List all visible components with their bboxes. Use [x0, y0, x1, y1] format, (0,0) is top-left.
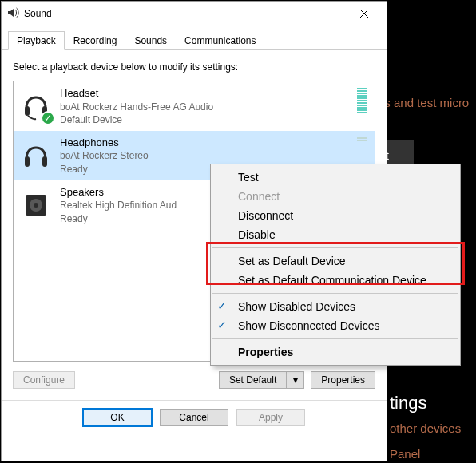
- device-sub: Realtek High Definition Aud: [60, 199, 177, 212]
- svg-rect-2: [25, 156, 30, 167]
- level-meter: [357, 137, 367, 141]
- device-status: Default Device: [60, 113, 213, 126]
- tab-recording[interactable]: Recording: [65, 31, 126, 50]
- menu-show-disconnected[interactable]: ✓ Show Disconnected Devices: [211, 316, 460, 335]
- properties-button[interactable]: Properties: [311, 371, 375, 389]
- device-status: Ready: [60, 163, 149, 176]
- menu-show-disabled[interactable]: ✓ Show Disabled Devices: [211, 297, 460, 316]
- speakers-icon: [20, 189, 52, 221]
- cancel-button[interactable]: Cancel: [160, 409, 228, 426]
- check-icon: ✓: [217, 319, 227, 331]
- svg-point-6: [34, 203, 38, 208]
- svg-rect-0: [25, 106, 30, 116]
- tab-communications[interactable]: Communications: [176, 31, 264, 50]
- tab-sounds[interactable]: Sounds: [125, 31, 176, 50]
- device-status: Ready: [60, 212, 177, 225]
- set-default-split-button[interactable]: Set Default ▾: [219, 371, 304, 389]
- tab-playback[interactable]: Playback: [8, 31, 65, 50]
- device-name: Speakers: [60, 185, 177, 200]
- speaker-icon: [6, 6, 19, 22]
- chevron-down-icon: ▾: [293, 374, 298, 386]
- menu-separator: [212, 338, 458, 339]
- device-row-headset[interactable]: ✓ Headset boAt Rockerz Hands-Free AG Aud…: [14, 81, 375, 131]
- menu-label: Show Disabled Devices: [238, 300, 355, 313]
- check-icon: ✓: [217, 299, 227, 312]
- set-default-dropdown[interactable]: ▾: [287, 371, 304, 389]
- window-title: Sound: [24, 8, 347, 19]
- titlebar: Sound: [2, 2, 387, 26]
- tab-strip: Playback Recording Sounds Communications: [2, 26, 387, 50]
- menu-set-default-comm[interactable]: Set as Default Communication Device: [211, 271, 460, 290]
- headset-icon: ✓: [20, 90, 52, 122]
- bg-link-mic[interactable]: es and test micro: [378, 96, 469, 109]
- menu-disable[interactable]: Disable: [211, 225, 460, 244]
- device-sub: boAt Rockerz Stereo: [60, 149, 149, 162]
- menu-connect: Connect: [211, 187, 460, 206]
- bg-link-devices[interactable]: other devices: [390, 421, 461, 435]
- context-menu: Test Connect Disconnect Disable Set as D…: [210, 164, 461, 366]
- device-name: Headphones: [60, 136, 149, 150]
- menu-set-default-device[interactable]: Set as Default Device: [211, 251, 460, 271]
- configure-button[interactable]: Configure: [13, 371, 75, 389]
- level-meter: [357, 88, 367, 113]
- set-default-button[interactable]: Set Default: [219, 371, 287, 389]
- menu-label: Show Disconnected Devices: [238, 319, 379, 332]
- menu-separator: [212, 293, 458, 294]
- menu-disconnect[interactable]: Disconnect: [211, 206, 460, 225]
- ok-button[interactable]: OK: [83, 409, 152, 426]
- menu-test[interactable]: Test: [211, 168, 460, 187]
- bg-link-panel[interactable]: Panel: [390, 447, 420, 461]
- device-sub: boAt Rockerz Hands-Free AG Audio: [60, 101, 213, 113]
- menu-separator: [212, 247, 458, 248]
- instruction-text: Select a playback device below to modify…: [13, 61, 375, 73]
- default-check-icon: ✓: [41, 111, 55, 125]
- device-name: Headset: [60, 86, 213, 101]
- bg-heading-settings: tings: [390, 393, 426, 414]
- menu-properties[interactable]: Properties: [211, 342, 460, 362]
- apply-button[interactable]: Apply: [236, 409, 305, 426]
- headphones-icon: [20, 140, 52, 172]
- svg-rect-3: [42, 156, 47, 167]
- close-button[interactable]: [347, 2, 382, 26]
